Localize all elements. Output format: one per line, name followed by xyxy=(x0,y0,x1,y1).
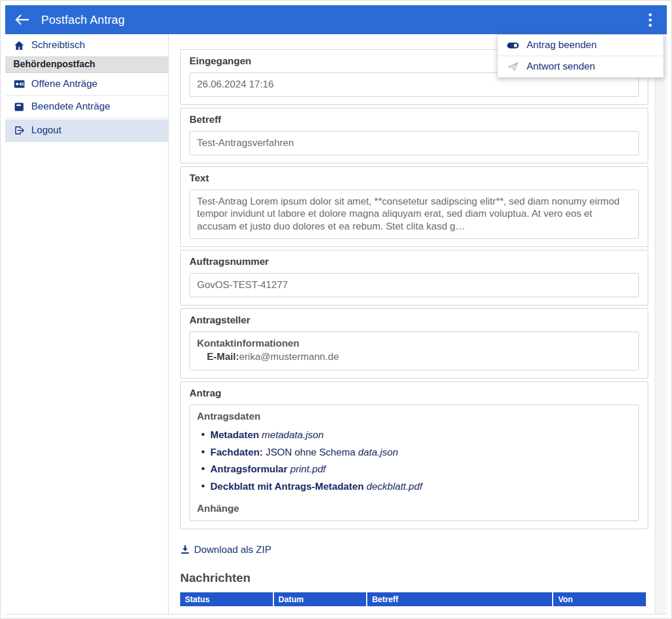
field-value-auftragsnummer: GovOS-TEST-41277 xyxy=(189,273,639,297)
sidebar: Schreibtisch Behördenpostfach Offene Ant… xyxy=(5,34,169,614)
download-icon xyxy=(181,545,189,554)
antragsdaten-list: Metadaten metadata.json Fachdaten: JSON … xyxy=(200,429,631,493)
kebab-dot-icon xyxy=(649,24,652,27)
column-header-status: Status xyxy=(180,592,273,606)
panel-antragsteller: Antragsteller Kontaktinformationen E-Mai… xyxy=(180,308,648,379)
email-line: E-Mail:erika@mustermann.de xyxy=(207,351,631,363)
messages-table: Status Datum Betreff Von Empfangen 26.06… xyxy=(179,592,647,614)
panel-betreff: Betreff Test-Antragsverfahren xyxy=(180,108,648,163)
messages-heading: Nachrichten xyxy=(180,571,648,585)
sidebar-item-schreibtisch[interactable]: Schreibtisch xyxy=(5,34,168,57)
panel-text: Text Test-Antrag Lorem ipsum dolor sit a… xyxy=(180,166,648,247)
list-item-metadaten[interactable]: Metadaten metadata.json xyxy=(200,429,631,442)
inbox-open-icon xyxy=(13,79,25,89)
column-header-von: Von xyxy=(553,592,646,606)
menu-item-label: Antrag beenden xyxy=(527,39,597,51)
email-label: E-Mail: xyxy=(207,351,239,362)
kebab-dot-icon xyxy=(649,13,652,16)
sidebar-item-label: Schreibtisch xyxy=(31,39,85,51)
field-label-text: Text xyxy=(189,173,639,184)
field-label-auftragsnummer: Auftragsnummer xyxy=(189,256,639,268)
back-arrow-icon xyxy=(14,13,30,26)
archive-icon xyxy=(13,103,25,111)
sidebar-section-behoerdenpostfach: Behördenpostfach xyxy=(5,57,168,73)
table-header-row: Status Datum Betreff Von xyxy=(180,592,646,606)
sidebar-item-label: Logout xyxy=(31,125,61,136)
list-item-deckblatt[interactable]: Deckblatt mit Antrags-Metadaten deckblat… xyxy=(200,480,631,493)
message-subject: Test-Antragsverfahren xyxy=(372,610,547,614)
appbar: Postfach Antrag xyxy=(5,5,667,34)
sidebar-item-label: Beendete Anträge xyxy=(31,101,110,112)
message-row[interactable]: Empfangen 26.06.2024 17:16 Test-Antragsv… xyxy=(180,606,646,614)
app-window: Postfach Antrag Schreibtisch Behördenpos… xyxy=(5,5,667,615)
column-header-datum: Datum xyxy=(274,592,367,606)
scrollbar-track[interactable] xyxy=(655,34,667,614)
back-button[interactable] xyxy=(14,13,30,26)
message-datum: 26.06.2024 17:16 xyxy=(274,606,367,614)
home-icon xyxy=(13,41,25,50)
anhaenge-heading: Anhänge xyxy=(197,503,631,515)
column-header-betreff: Betreff xyxy=(367,592,552,606)
download-zip-link[interactable]: Download als ZIP xyxy=(181,544,271,556)
sidebar-item-label: Offene Anträge xyxy=(31,78,97,90)
kebab-dropdown-menu: Antrag beenden Antwort senden xyxy=(497,34,664,78)
message-betreff-cell: Test-Antragsverfahren 2 Anlagen: Antrags… xyxy=(367,606,552,614)
page-title: Postfach Antrag xyxy=(41,13,125,27)
main-content: Eingegangen 26.06.2024 17:16 Betreff Tes… xyxy=(169,34,655,614)
list-item-fachdaten[interactable]: Fachdaten: JSON ohne Schema data.json xyxy=(200,446,631,459)
sidebar-item-logout[interactable]: Logout xyxy=(5,118,168,142)
kebab-menu-button[interactable] xyxy=(644,10,656,30)
antragsdaten-heading: Antragsdaten xyxy=(197,410,631,423)
sidebar-item-offene-antraege[interactable]: Offene Anträge xyxy=(5,73,168,96)
menu-item-antrag-beenden[interactable]: Antrag beenden xyxy=(498,35,663,56)
panel-auftragsnummer: Auftragsnummer GovOS-TEST-41277 xyxy=(180,250,648,305)
message-von: Peter Melichar xyxy=(553,606,646,614)
send-icon xyxy=(507,62,519,71)
antragsteller-box: Kontaktinformationen E-Mail:erika@muster… xyxy=(189,332,639,371)
menu-item-label: Antwort senden xyxy=(527,61,595,72)
download-zip-label: Download als ZIP xyxy=(194,544,271,556)
field-label-antrag: Antrag xyxy=(189,388,639,399)
kontaktinformationen-heading: Kontaktinformationen xyxy=(197,337,631,350)
field-label-antragsteller: Antragsteller xyxy=(189,315,639,326)
field-label-betreff: Betreff xyxy=(189,114,639,126)
content-row: Schreibtisch Behördenpostfach Offene Ant… xyxy=(5,34,667,614)
sidebar-item-beendete-antraege[interactable]: Beendete Anträge xyxy=(5,96,168,118)
logout-icon xyxy=(13,125,25,136)
menu-item-antwort-senden[interactable]: Antwort senden xyxy=(498,56,663,77)
kebab-dot-icon xyxy=(649,19,652,21)
antrag-box: Antragsdaten Metadaten metadata.json Fac… xyxy=(189,405,639,521)
message-status-cell: Empfangen xyxy=(180,606,273,614)
field-value-text: Test-Antrag Lorem ipsum dolor sit amet, … xyxy=(189,190,639,239)
panel-antrag: Antrag Antragsdaten Metadaten metadata.j… xyxy=(180,381,648,529)
field-value-betreff: Test-Antragsverfahren xyxy=(189,131,639,155)
toggle-icon xyxy=(507,42,519,49)
email-value: erika@mustermann.de xyxy=(239,351,339,362)
list-item-antragsformular[interactable]: Antragsformular print.pdf xyxy=(200,463,631,476)
